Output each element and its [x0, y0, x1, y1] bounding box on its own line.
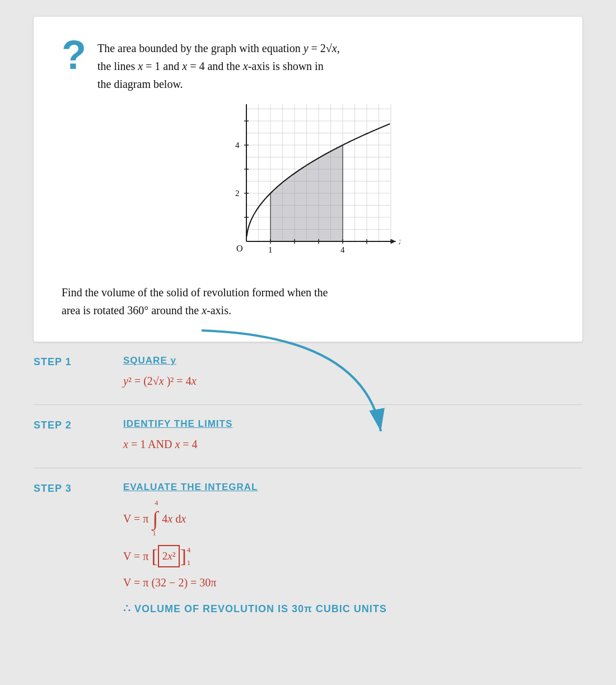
steps-section: STEP 1 SQUARE y y² = (2√x )² = 4x STEP 2…	[0, 342, 616, 628]
step-3-title: EVALUATE THE INTEGRAL	[123, 482, 582, 493]
step-3-bracket: V = π [ 2x² ] 4 1	[123, 543, 582, 570]
question-card: ? The area bounded by the graph with equ…	[34, 17, 582, 342]
step-1-formula: y² = (2√x )² = 4x	[123, 371, 582, 391]
step-1-content: SQUARE y y² = (2√x )² = 4x	[123, 355, 582, 391]
step-1-label: STEP 1	[34, 355, 123, 368]
question-text: The area bounded by the graph with equat…	[97, 39, 340, 93]
step-3-label: STEP 3	[34, 482, 123, 495]
find-volume-text: Find the volume of the solid of revoluti…	[62, 283, 554, 319]
step-3-result: V = π (32 − 2) = 30π	[123, 572, 582, 593]
step-2-row: STEP 2 IDENTIFY THE LIMITS x = 1 AND x =…	[34, 405, 582, 468]
step-2-title: IDENTIFY THE LIMITS	[123, 418, 582, 430]
step-2-formula: x = 1 AND x = 4	[123, 434, 582, 454]
question-mark-icon: ?	[62, 35, 86, 75]
step-3-final: ∴ VOLUME OF REVOLUTION IS 30π CUBIC UNIT…	[123, 602, 582, 615]
graph-container	[62, 104, 554, 267]
step-1-title: SQUARE y	[123, 355, 582, 366]
step-3-content: EVALUATE THE INTEGRAL V = π 4 ∫ 1 4x dx …	[123, 482, 582, 615]
question-header: ? The area bounded by the graph with equ…	[62, 39, 554, 93]
step-3-row: STEP 3 EVALUATE THE INTEGRAL V = π 4 ∫ 1…	[34, 468, 582, 628]
step-1-row: STEP 1 SQUARE y y² = (2√x )² = 4x	[34, 342, 582, 405]
step-2-label: STEP 2	[34, 418, 123, 431]
step-3-integral: V = π 4 ∫ 1 4x dx	[123, 497, 582, 540]
step-2-content: IDENTIFY THE LIMITS x = 1 AND x = 4	[123, 418, 582, 454]
graph-area	[216, 104, 400, 267]
